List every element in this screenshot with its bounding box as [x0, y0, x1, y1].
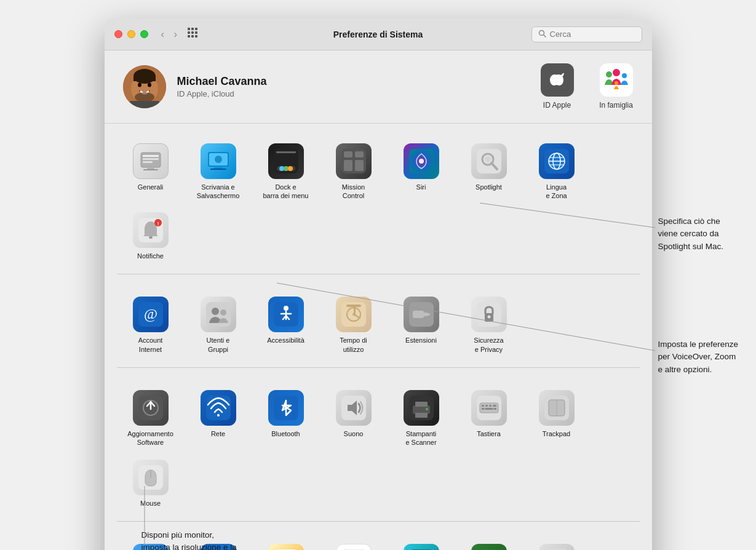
spotlight-icon	[471, 143, 507, 179]
svg-rect-28	[143, 158, 159, 160]
svg-rect-6	[188, 35, 190, 38]
apple-id-label: ID Apple	[543, 101, 571, 111]
lingua-item[interactable]: Lingua e Zona	[523, 136, 591, 205]
divider-3	[117, 521, 640, 522]
accessibilita-item[interactable]: Accessibilità	[252, 289, 320, 359]
disco-item[interactable]: Disco di Avvio	[523, 536, 591, 550]
divider-2	[117, 367, 640, 368]
svg-rect-1	[191, 28, 194, 30]
svg-point-74	[352, 313, 355, 316]
aggiornamento-item[interactable]: Aggiornamento Software	[117, 383, 185, 452]
fullscreen-button[interactable]	[140, 30, 148, 38]
notifiche-item[interactable]: ! Notifiche	[117, 205, 185, 265]
svg-rect-96	[482, 405, 484, 407]
scrivania-label: Scrivania e Salvaschermo	[197, 183, 240, 201]
apple-id-button[interactable]: ID Apple	[540, 63, 575, 111]
accessibility-annotation-text: Imposta le preferenzeper VoiceOver, Zoom…	[658, 340, 739, 374]
siri-icon	[404, 143, 439, 179]
data-item[interactable]: LUGLIO17 Data e Ora	[320, 536, 388, 550]
svg-rect-45	[355, 151, 364, 157]
utenti-icon	[201, 297, 236, 332]
data-icon: LUGLIO17	[336, 544, 372, 550]
spotlight-item[interactable]: Spotlight	[455, 136, 523, 205]
svg-rect-27	[143, 155, 159, 157]
trackpad-item[interactable]: Trackpad	[523, 383, 591, 452]
icons-row-2: @ Account Internet Utenti e Gruppi	[117, 289, 640, 359]
svg-rect-47	[355, 160, 364, 171]
svg-point-16	[138, 82, 141, 87]
svg-point-93	[426, 408, 428, 410]
in-famiglia-button[interactable]: In famiglia	[599, 63, 634, 111]
estensioni-item[interactable]: Estensioni	[388, 289, 455, 359]
svg-rect-99	[493, 405, 496, 407]
account-item[interactable]: @ Account Internet	[117, 289, 185, 359]
stampanti-item[interactable]: Stampanti e Scanner	[388, 383, 455, 452]
svg-rect-7	[191, 35, 194, 38]
stampanti-label: Stampanti e Scanner	[405, 429, 436, 447]
svg-point-41	[288, 166, 293, 171]
in-famiglia-label: In famiglia	[599, 101, 633, 111]
sicurezza-item[interactable]: Sicurezza e Privacy	[455, 289, 523, 359]
condivisione-icon	[404, 544, 439, 550]
annotation-spotlight: Specifica ciò cheviene cercato daSpotlig…	[658, 215, 724, 253]
tastiera-item[interactable]: Tastiera	[455, 383, 523, 452]
svg-rect-92	[415, 413, 428, 418]
bluetooth-item[interactable]: Bluetooth	[252, 383, 320, 452]
tempo-item[interactable]: Tempo di utilizzo	[320, 289, 388, 359]
search-icon	[538, 30, 546, 39]
window-title: Preferenze di Sistema	[333, 30, 423, 39]
svg-rect-4	[191, 31, 194, 34]
dock-icon	[268, 143, 304, 179]
minimize-button[interactable]	[127, 30, 135, 38]
mouse-icon	[133, 460, 169, 495]
icons-row-1: Generali Scrivania e Salvaschermo	[117, 136, 640, 266]
svg-rect-19	[129, 101, 160, 108]
aggiornamento-icon	[133, 390, 169, 426]
utenti-item[interactable]: Utenti e Gruppi	[185, 289, 252, 359]
divider-1	[117, 274, 640, 274]
timemachine-item[interactable]: Time Machine	[455, 536, 523, 550]
generali-item[interactable]: Generali	[117, 136, 185, 205]
siri-item[interactable]: Siri	[388, 136, 455, 205]
svg-rect-42	[276, 151, 296, 153]
rete-item[interactable]: Rete	[185, 383, 252, 452]
svg-rect-77	[413, 311, 424, 318]
in-famiglia-icon-wrap	[599, 63, 634, 97]
generali-label: Generali	[138, 183, 164, 191]
user-subtitle: ID Apple, iCloud	[177, 89, 540, 98]
traffic-lights	[114, 30, 148, 38]
svg-rect-36	[210, 169, 226, 170]
tastiera-label: Tastiera	[477, 429, 501, 438]
svg-point-17	[148, 82, 151, 87]
accessibilita-label: Accessibilità	[267, 336, 304, 345]
search-input[interactable]	[550, 30, 635, 39]
svg-rect-3	[188, 31, 190, 34]
search-box[interactable]	[531, 26, 642, 42]
close-button[interactable]	[114, 30, 122, 38]
grid-button[interactable]	[186, 26, 199, 42]
disco-icon	[539, 544, 575, 550]
scrivania-item[interactable]: Scrivania e Salvaschermo	[185, 136, 252, 205]
user-name: Michael Cavanna	[177, 75, 540, 88]
mission-item[interactable]: Mission Control	[320, 136, 388, 205]
mouse-label: Mouse	[140, 499, 161, 508]
rete-label: Rete	[211, 429, 225, 438]
svg-rect-98	[489, 405, 491, 407]
back-button[interactable]: ‹	[158, 28, 167, 41]
tastiera-icon	[471, 390, 507, 426]
bluetooth-icon	[268, 390, 304, 426]
dock-item[interactable]: Dock e barra dei menu	[252, 136, 320, 205]
avatar-image	[123, 65, 166, 108]
svg-point-25	[615, 81, 618, 85]
condivisione-item[interactable]: Condivisione	[388, 536, 455, 550]
tempo-label: Tempo di utilizzo	[340, 336, 367, 354]
mouse-item[interactable]: Mouse	[117, 452, 185, 512]
suono-item[interactable]: Suono	[320, 383, 388, 452]
svg-rect-75	[346, 305, 361, 307]
accessibilita-icon	[268, 297, 304, 332]
svg-point-53	[485, 156, 491, 162]
mission-icon	[336, 143, 372, 179]
forward-button[interactable]: ›	[171, 28, 180, 41]
svg-point-39	[279, 166, 284, 171]
in-famiglia-icon	[600, 63, 633, 97]
